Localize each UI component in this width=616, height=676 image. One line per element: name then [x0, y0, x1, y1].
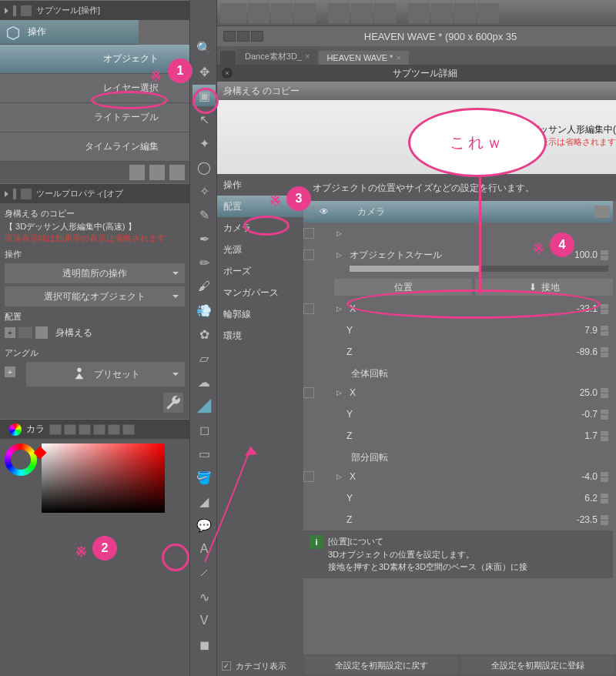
collapse-caret-icon[interactable]: [5, 191, 8, 197]
copy-icon[interactable]: [431, 3, 453, 23]
sparkle-tool-icon[interactable]: ✦: [192, 132, 216, 154]
ruler-icon[interactable]: [192, 395, 216, 417]
param-frx-row[interactable]: ▷X25.0: [303, 382, 613, 403]
trash-icon[interactable]: [169, 165, 185, 180]
close-icon[interactable]: ×: [305, 52, 310, 61]
color-tab[interactable]: [64, 424, 76, 435]
doc-tab[interactable]: Dance素材3D_×: [237, 49, 317, 65]
tp-row-pose[interactable]: + 身構える: [5, 323, 185, 343]
redo-icon[interactable]: [351, 3, 373, 23]
category-item[interactable]: 輪郭線: [217, 303, 303, 325]
color-square[interactable]: [42, 443, 165, 513]
csp-logo-icon[interactable]: [220, 3, 246, 23]
spinner-icon[interactable]: [601, 250, 610, 260]
param-y-row[interactable]: Y7.9: [303, 320, 613, 341]
value[interactable]: -4.0: [564, 471, 598, 482]
value[interactable]: 6.2: [564, 493, 598, 504]
correction-icon[interactable]: V: [192, 610, 216, 631]
value[interactable]: -89.6: [564, 346, 598, 357]
subtool-item-timeline[interactable]: タイムライン編集: [0, 132, 189, 162]
spinner-icon[interactable]: [601, 304, 610, 314]
subtool-panel-header[interactable]: サブツール[操作]: [0, 0, 189, 20]
expand-icon[interactable]: ▷: [334, 251, 343, 259]
transform-icon[interactable]: [477, 3, 499, 23]
eraser-icon[interactable]: ▱: [192, 347, 216, 369]
color-wheel[interactable]: [5, 443, 37, 476]
expand-icon[interactable]: ▷: [334, 305, 343, 313]
pencil-icon[interactable]: ✏: [192, 252, 216, 273]
value[interactable]: 1.7: [564, 430, 598, 441]
balloon-icon[interactable]: 💬: [192, 514, 216, 536]
spinner-icon[interactable]: [601, 515, 610, 525]
value[interactable]: -23.5: [564, 514, 598, 525]
subtool-item-operation[interactable]: 操作: [0, 20, 139, 45]
save-icon[interactable]: [294, 3, 316, 23]
tp-dropdown-selectable[interactable]: 選択可能なオブジェクト: [5, 286, 185, 306]
tp-dropdown-transparent[interactable]: 透明箇所の操作: [5, 263, 185, 283]
airbrush-icon[interactable]: 💨: [192, 300, 216, 321]
param-pry-row[interactable]: Y6.2: [303, 487, 613, 509]
wand-tool-icon[interactable]: ✧: [192, 180, 216, 202]
move-icon[interactable]: ✥: [192, 61, 216, 82]
grip-icon[interactable]: [220, 51, 236, 65]
color-tab[interactable]: [93, 424, 105, 435]
expand-icon[interactable]: ▷: [334, 389, 343, 397]
pen-icon[interactable]: ✒: [192, 228, 216, 249]
subtool-item-light-table[interactable]: ライトテーブル: [0, 103, 189, 132]
param-frz-row[interactable]: Z1.7: [303, 425, 613, 447]
shape-icon[interactable]: ◻: [192, 419, 216, 440]
value[interactable]: 25.0: [564, 387, 598, 398]
zoom-icon[interactable]: 🔍: [192, 37, 216, 59]
lasso-tool-icon[interactable]: ◯: [192, 156, 216, 178]
spinner-icon[interactable]: [601, 388, 610, 398]
new-icon[interactable]: [149, 165, 165, 180]
param-prz-row[interactable]: Z-23.5: [303, 509, 613, 530]
spinner-icon[interactable]: [601, 494, 610, 504]
swatch-icon[interactable]: ◼: [192, 634, 216, 655]
category-item[interactable]: マンガパース: [217, 282, 303, 303]
save-defaults-button[interactable]: 全設定を初期設定に登録: [461, 656, 614, 674]
undo-icon[interactable]: [328, 3, 350, 23]
window-min-icon[interactable]: [237, 31, 249, 42]
expand-icon[interactable]: +: [5, 366, 15, 377]
paste-icon[interactable]: [454, 3, 476, 23]
frame-icon[interactable]: ▭: [192, 443, 216, 464]
color-tab[interactable]: [122, 424, 135, 435]
curve-icon[interactable]: ∿: [192, 586, 216, 607]
spinner-icon[interactable]: [601, 326, 610, 336]
decoration-icon[interactable]: ✿: [192, 323, 216, 345]
category-show-toggle[interactable]: ✓ カテゴリ表示: [217, 656, 303, 676]
window-max-icon[interactable]: [251, 31, 263, 42]
clear-icon[interactable]: [374, 3, 396, 23]
category-item[interactable]: 環境: [217, 325, 303, 346]
close-icon[interactable]: ×: [396, 53, 400, 62]
new-doc-icon[interactable]: [248, 3, 270, 23]
open-icon[interactable]: [271, 3, 293, 23]
checkbox-icon[interactable]: [303, 471, 314, 482]
text-icon[interactable]: A: [192, 538, 216, 560]
dropper-icon[interactable]: ✎: [192, 204, 216, 226]
value[interactable]: 7.9: [564, 325, 598, 336]
expand-icon[interactable]: +: [5, 327, 15, 338]
gradient-icon[interactable]: ◢: [192, 490, 216, 512]
fill-icon[interactable]: 🪣: [192, 467, 216, 488]
eye-icon[interactable]: 👁: [317, 207, 331, 216]
expand-icon[interactable]: ▷: [334, 473, 343, 480]
collapse-caret-icon[interactable]: [5, 8, 8, 14]
param-z-row[interactable]: Z-89.6: [303, 341, 613, 363]
checkbox-icon[interactable]: [303, 303, 314, 314]
color-tab[interactable]: [108, 424, 120, 435]
param-fry-row[interactable]: Y-0.7: [303, 403, 613, 425]
color-tab[interactable]: [79, 424, 91, 435]
spinner-icon[interactable]: [601, 410, 610, 420]
expand-icon[interactable]: ▷: [334, 229, 343, 237]
category-item[interactable]: ポーズ: [217, 260, 303, 282]
cut-icon[interactable]: [408, 3, 430, 23]
doc-tab[interactable]: HEAVEN WAVE *×: [319, 51, 408, 65]
brush-icon[interactable]: 🖌: [192, 276, 216, 297]
color-panel-header[interactable]: カラ: [0, 419, 189, 439]
spinner-icon[interactable]: [601, 472, 610, 482]
lock-icon[interactable]: [129, 165, 145, 180]
window-close-icon[interactable]: [223, 31, 236, 42]
checkbox-icon[interactable]: [303, 228, 314, 239]
